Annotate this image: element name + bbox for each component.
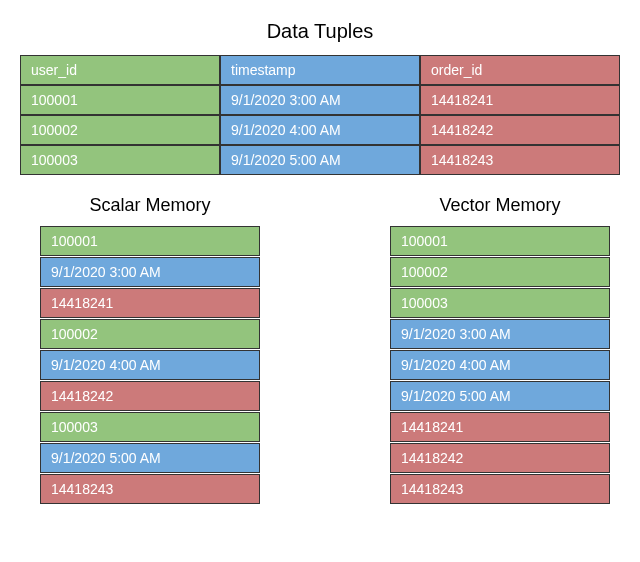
scalar-cell: 100001 bbox=[40, 226, 260, 256]
scalar-cell: 100002 bbox=[40, 319, 260, 349]
vector-cell: 9/1/2020 4:00 AM bbox=[390, 350, 610, 380]
header-user-id: user_id bbox=[20, 55, 220, 85]
header-timestamp: timestamp bbox=[220, 55, 420, 85]
scalar-cell: 14418243 bbox=[40, 474, 260, 504]
tuples-table: user_id 100001 100002 100003 timestamp 9… bbox=[20, 55, 620, 175]
vector-cell: 14418243 bbox=[390, 474, 610, 504]
vector-cell: 100003 bbox=[390, 288, 610, 318]
vector-cell: 9/1/2020 3:00 AM bbox=[390, 319, 610, 349]
cell-user-id: 100003 bbox=[20, 145, 220, 175]
cell-order-id: 14418242 bbox=[420, 115, 620, 145]
vector-cell: 14418242 bbox=[390, 443, 610, 473]
tuples-col-timestamp: timestamp 9/1/2020 3:00 AM 9/1/2020 4:00… bbox=[220, 55, 420, 175]
tuples-col-user-id: user_id 100001 100002 100003 bbox=[20, 55, 220, 175]
cell-user-id: 100001 bbox=[20, 85, 220, 115]
scalar-cell: 9/1/2020 3:00 AM bbox=[40, 257, 260, 287]
scalar-cell: 14418241 bbox=[40, 288, 260, 318]
vector-cell: 100001 bbox=[390, 226, 610, 256]
vector-cell: 9/1/2020 5:00 AM bbox=[390, 381, 610, 411]
lower-section: Scalar Memory 1000019/1/2020 3:00 AM1441… bbox=[20, 195, 620, 505]
vector-memory-block: Vector Memory 1000011000021000039/1/2020… bbox=[390, 195, 610, 505]
scalar-title: Scalar Memory bbox=[40, 195, 260, 216]
cell-timestamp: 9/1/2020 5:00 AM bbox=[220, 145, 420, 175]
scalar-cell: 9/1/2020 4:00 AM bbox=[40, 350, 260, 380]
scalar-list: 1000019/1/2020 3:00 AM144182411000029/1/… bbox=[40, 226, 260, 504]
tuples-title: Data Tuples bbox=[20, 20, 620, 43]
cell-order-id: 14418243 bbox=[420, 145, 620, 175]
header-order-id: order_id bbox=[420, 55, 620, 85]
vector-cell: 14418241 bbox=[390, 412, 610, 442]
cell-order-id: 14418241 bbox=[420, 85, 620, 115]
vector-list: 1000011000021000039/1/2020 3:00 AM9/1/20… bbox=[390, 226, 610, 504]
scalar-cell: 14418242 bbox=[40, 381, 260, 411]
scalar-memory-block: Scalar Memory 1000019/1/2020 3:00 AM1441… bbox=[40, 195, 260, 505]
tuples-col-order-id: order_id 14418241 14418242 14418243 bbox=[420, 55, 620, 175]
vector-title: Vector Memory bbox=[390, 195, 610, 216]
cell-timestamp: 9/1/2020 4:00 AM bbox=[220, 115, 420, 145]
cell-user-id: 100002 bbox=[20, 115, 220, 145]
cell-timestamp: 9/1/2020 3:00 AM bbox=[220, 85, 420, 115]
scalar-cell: 100003 bbox=[40, 412, 260, 442]
vector-cell: 100002 bbox=[390, 257, 610, 287]
scalar-cell: 9/1/2020 5:00 AM bbox=[40, 443, 260, 473]
